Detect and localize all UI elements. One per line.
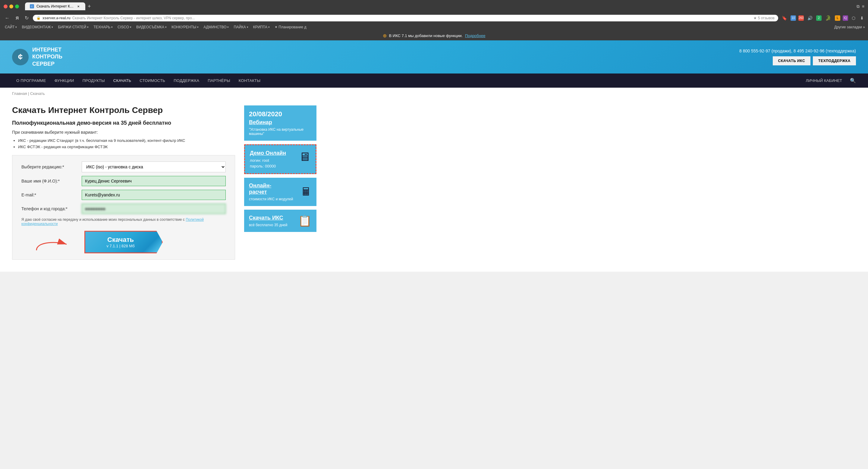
main-nav: О ПРОГРАММЕ ФУНКЦИИ ПРОДУКТЫ СКАЧАТЬ СТО… bbox=[0, 73, 868, 88]
bookmark-label: ПАЙКА bbox=[234, 25, 246, 29]
bookmark-пайка[interactable]: ПАЙКА▾ bbox=[232, 24, 250, 30]
logo-icon: ¢ bbox=[12, 49, 29, 65]
nav-support[interactable]: ПОДДЕРЖКА bbox=[169, 73, 204, 88]
browser-toolbar: ← Я ↻ 🔒 xserver.a-real.ru Скачать Интерн… bbox=[0, 13, 868, 23]
phone-input[interactable] bbox=[82, 204, 226, 214]
bookmark-label: САЙТ bbox=[5, 25, 14, 29]
bookmark-icon[interactable]: 🔖 bbox=[781, 15, 788, 21]
nav-contacts[interactable]: КОНТАКТЫ bbox=[235, 73, 265, 88]
bookmark-видеомонтаж[interactable]: ВИДЕОМОНТАЖ▾ bbox=[20, 24, 55, 30]
tab-close-button[interactable]: ✕ bbox=[76, 4, 81, 8]
bookmark-label: ВИДЕОМОНТАЖ bbox=[22, 25, 51, 29]
bookmark-админство[interactable]: АДМИНСТВО▾ bbox=[202, 24, 230, 30]
techsupport-button[interactable]: ТЕХПОДДЕРЖКА bbox=[813, 56, 856, 65]
extension-icon-6[interactable]: L bbox=[835, 15, 840, 21]
website: ¢ Интернет Контроль Сервер 8 800 555-92-… bbox=[0, 40, 868, 272]
extension-icon-4[interactable]: 2 bbox=[816, 15, 822, 21]
sidebar-download-card[interactable]: Скачать ИКС всё бесплатно 35 дней 📋 bbox=[244, 210, 316, 232]
edition-select[interactable]: ИКС (iso) - установка с диска ИКС ФСТЭК … bbox=[82, 162, 226, 172]
bookmarks-bar: САЙТ▾ ВИДЕОМОНТАЖ▾ БИРЖИ СТАТЕЙ▾ ТЕХНАРЬ… bbox=[0, 23, 868, 31]
bookmark-сайт[interactable]: САЙТ▾ bbox=[3, 24, 19, 30]
extension-icon-3[interactable]: 🔊 bbox=[806, 15, 814, 21]
bookmark-технарь[interactable]: ТЕХНАРЬ▾ bbox=[92, 24, 115, 30]
logo-text: Интернет Контроль Сервер bbox=[32, 46, 62, 67]
nav-login[interactable]: ЛИЧНЫЙ КАБИНЕТ bbox=[801, 73, 846, 88]
reload-button[interactable]: ↻ bbox=[23, 14, 30, 22]
nav-about[interactable]: О ПРОГРАММЕ bbox=[12, 73, 50, 88]
share-icon[interactable]: ⬡ bbox=[850, 15, 857, 21]
calc-card-content: Онлайн- расчет стоимости ИКС и модулей bbox=[249, 182, 293, 201]
extension-icon-2[interactable]: 260 bbox=[798, 15, 804, 21]
email-label: E-mail:* bbox=[22, 193, 82, 197]
bookmark-видеосъёмка[interactable]: ВИДЕОСЪЁМКА▾ bbox=[134, 24, 168, 30]
nav-functions[interactable]: ФУНКЦИИ bbox=[50, 73, 79, 88]
bookmarks-more[interactable]: Другие закладки » bbox=[834, 25, 865, 29]
nav-price[interactable]: СТОИМОСТЬ bbox=[135, 73, 169, 88]
restore-icon[interactable]: ⧉ bbox=[857, 4, 860, 9]
window-controls: ⧉ ≡ bbox=[857, 4, 864, 9]
sidebar-demo-card[interactable]: Демо Онлайн логин: root пароль: 00000 🖥 bbox=[244, 144, 316, 174]
nav-partners[interactable]: ПАРТНЁРЫ bbox=[204, 73, 235, 88]
extension-icon-1[interactable]: 10 bbox=[790, 15, 796, 21]
extension-icon-5[interactable]: 🐊 bbox=[824, 14, 832, 22]
name-label: Ваше имя (Ф.И.О):* bbox=[22, 179, 82, 183]
email-input[interactable] bbox=[82, 190, 226, 200]
bookmark-крипта[interactable]: КРИПТА▾ bbox=[251, 24, 272, 30]
nav-items: О ПРОГРАММЕ ФУНКЦИИ ПРОДУКТЫ СКАЧАТЬ СТО… bbox=[12, 73, 801, 88]
monitor-icon: 🖥 bbox=[299, 150, 311, 164]
bookmark-label: ТЕХНАРЬ bbox=[93, 25, 110, 29]
maximize-window-button[interactable] bbox=[15, 4, 19, 8]
page-content: Скачать Интернет Контроль Сервер Полнофу… bbox=[0, 99, 868, 272]
nav-download[interactable]: СКАЧАТЬ bbox=[109, 73, 135, 88]
menu-icon[interactable]: ≡ bbox=[862, 4, 864, 9]
demo-title[interactable]: Демо Онлайн bbox=[250, 150, 286, 156]
download-iks-title[interactable]: Скачать ИКС bbox=[249, 215, 287, 221]
bookmark-label: ВИДЕОСЪЁМКА bbox=[136, 25, 164, 29]
address-rest: Скачать Интернет Контроль Сервер - интер… bbox=[72, 16, 195, 20]
download-icon[interactable]: ⬇ bbox=[859, 15, 865, 21]
download-button-text: Скачать bbox=[100, 236, 141, 244]
tab-bar: С Скачать Интернет Ко... ✕ + bbox=[22, 2, 854, 10]
yandex-icon: Я bbox=[14, 15, 21, 21]
address-bar[interactable]: 🔒 xserver.a-real.ru Скачать Интернет Кон… bbox=[33, 15, 778, 22]
site-logo: ¢ Интернет Контроль Сервер bbox=[12, 46, 62, 67]
form-row-edition: Выберите редакцию:* ИКС (iso) - установк… bbox=[22, 162, 226, 172]
main-content: Скачать Интернет Контроль Сервер Полнофу… bbox=[12, 105, 235, 260]
edition-label: Выберите редакцию:* bbox=[22, 164, 82, 169]
search-icon[interactable]: 🔍 bbox=[850, 78, 856, 83]
close-window-button[interactable] bbox=[4, 4, 7, 8]
notification-icon: ⊕ bbox=[383, 33, 387, 39]
sidebar-webinar-card: 20/08/2020 Вебинар "Установка ИКС на вир… bbox=[244, 105, 316, 141]
sidebar-calculator-card[interactable]: Онлайн- расчет стоимости ИКС и модулей 🖩 bbox=[244, 178, 316, 206]
active-tab[interactable]: С Скачать Интернет Ко... ✕ bbox=[25, 2, 85, 10]
back-button[interactable]: ← bbox=[3, 15, 11, 22]
bookmark-label: АДМИНСТВО bbox=[204, 25, 226, 29]
bookmark-label: CISCO bbox=[118, 25, 129, 29]
bookmark-конкуренты[interactable]: КОНКУРЕНТЫ▾ bbox=[170, 24, 200, 30]
browser-titlebar: С Скачать Интернет Ко... ✕ + ⧉ ≡ bbox=[0, 0, 868, 13]
download-button[interactable]: Скачать v 7.1.1 | 828 Мб bbox=[84, 231, 163, 253]
new-tab-button[interactable]: + bbox=[87, 3, 92, 10]
breadcrumb-current: Скачать bbox=[30, 91, 45, 96]
calc-description: стоимости ИКС и модулей bbox=[249, 197, 293, 201]
name-input[interactable] bbox=[82, 176, 226, 186]
breadcrumb-home[interactable]: Главная bbox=[12, 91, 27, 96]
bookmark-биржи[interactable]: БИРЖИ СТАТЕЙ▾ bbox=[56, 24, 90, 30]
nav-products[interactable]: ПРОДУКТЫ bbox=[79, 73, 109, 88]
browser-chrome: С Скачать Интернет Ко... ✕ + ⧉ ≡ ← Я ↻ 🔒… bbox=[0, 0, 868, 40]
minimize-window-button[interactable] bbox=[9, 4, 13, 8]
bookmark-cisco[interactable]: CISCO▾ bbox=[116, 24, 133, 30]
calc-title[interactable]: Онлайн- расчет bbox=[249, 182, 293, 195]
webinar-date: 20/08/2020 bbox=[249, 110, 312, 118]
bookmark-label: КРИПТА bbox=[253, 25, 267, 29]
webinar-title[interactable]: Вебинар bbox=[249, 119, 312, 126]
bookmark-planning[interactable]: ✦ Планирование д bbox=[273, 24, 308, 30]
bullet-item-1: ИКС - редакции ИКС Стандарт (в т.ч. бесп… bbox=[18, 138, 235, 143]
form-row-email: E-mail:* bbox=[22, 190, 226, 200]
toolbar-icons: 🔖 10 260 🔊 2 🐊 L IQ ⬡ ⬇ bbox=[781, 14, 865, 22]
extension-icon-7[interactable]: IQ bbox=[843, 15, 848, 21]
notification-link[interactable]: Подробнее bbox=[465, 33, 485, 38]
download-iks-button[interactable]: СКАЧАТЬ ИКС bbox=[773, 56, 811, 65]
page-subtitle: Полнофункциональная демо-версия на 35 дн… bbox=[12, 120, 235, 126]
sidebar: 20/08/2020 Вебинар "Установка ИКС на вир… bbox=[244, 105, 316, 260]
